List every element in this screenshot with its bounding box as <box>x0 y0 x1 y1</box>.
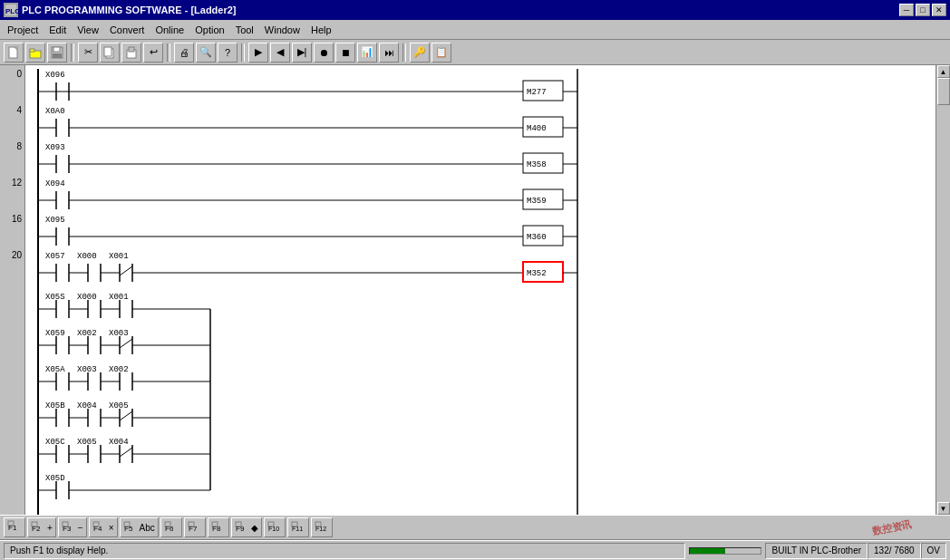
svg-text:X002: X002 <box>109 365 129 374</box>
f9-button[interactable]: F9 ◆ <box>231 517 262 537</box>
svg-line-100 <box>120 339 132 348</box>
svg-text:X004: X004 <box>109 438 129 447</box>
status-help-text: Push F1 to display Help. <box>4 543 685 559</box>
line-numbers: 0 4 8 12 16 20 <box>0 65 25 515</box>
new-button[interactable] <box>4 43 24 63</box>
svg-rect-10 <box>104 47 111 56</box>
svg-text:M352: M352 <box>527 269 547 278</box>
menu-project[interactable]: Project <box>2 23 44 37</box>
f1-icon: F1 <box>7 520 22 535</box>
f12-button[interactable]: F12 <box>311 517 333 537</box>
svg-text:M400: M400 <box>527 124 547 133</box>
step-forward2[interactable]: ⏭ <box>379 43 399 63</box>
menu-view[interactable]: View <box>72 23 104 37</box>
close-button[interactable]: ✕ <box>932 4 946 16</box>
svg-text:F1: F1 <box>8 524 17 532</box>
svg-text:X094: X094 <box>45 179 65 188</box>
menu-bar: Project Edit View Convert Online Option … <box>0 20 950 40</box>
f3-button[interactable]: F3 − <box>58 517 87 537</box>
progress-bar-fill <box>690 548 725 554</box>
svg-text:X05B: X05B <box>45 401 65 410</box>
line-num-0: 0 <box>0 67 24 103</box>
minimize-button[interactable]: ─ <box>899 4 914 16</box>
f5-button[interactable]: F5 Abc <box>120 517 159 537</box>
key-button[interactable]: 🔑 <box>410 43 430 63</box>
print-button[interactable]: 🖨 <box>174 43 194 63</box>
f5-abc-icon: Abc <box>140 523 155 533</box>
f2-button[interactable]: F2 + <box>27 517 56 537</box>
ladder-svg: X096 M277 X0A0 M400 <box>29 69 591 515</box>
toolbar-separator-4 <box>402 43 406 62</box>
title-bar: PLC PLC PROGRAMMING SOFTWARE - [Ladder2]… <box>0 0 950 20</box>
menu-window[interactable]: Window <box>259 23 305 37</box>
svg-text:X095: X095 <box>45 216 65 225</box>
open-button[interactable] <box>25 43 45 63</box>
svg-text:F8: F8 <box>212 525 221 533</box>
svg-text:F7: F7 <box>189 525 198 533</box>
f10-button[interactable]: F10 <box>264 517 286 537</box>
svg-text:X005: X005 <box>109 401 129 410</box>
ladder-area[interactable]: X096 M277 X0A0 M400 <box>25 65 935 515</box>
menu-convert[interactable]: Convert <box>104 23 150 37</box>
save-button[interactable] <box>47 43 67 63</box>
scroll-up-button[interactable]: ▲ <box>937 65 950 78</box>
svg-text:X001: X001 <box>109 293 129 302</box>
svg-text:F5: F5 <box>124 525 133 533</box>
main-area: 0 4 8 12 16 20 X096 M277 <box>0 65 950 515</box>
svg-text:X0A0: X0A0 <box>45 107 65 116</box>
paste-button[interactable] <box>121 43 141 63</box>
maximize-button[interactable]: □ <box>916 4 930 16</box>
copy-button[interactable] <box>100 43 120 63</box>
step-back[interactable]: ◀ <box>270 43 290 63</box>
menu-help[interactable]: Help <box>305 23 337 37</box>
window-controls[interactable]: ─ □ ✕ <box>899 4 946 16</box>
menu-edit[interactable]: Edit <box>44 23 72 37</box>
svg-text:F4: F4 <box>93 525 102 533</box>
svg-text:X001: X001 <box>109 252 129 261</box>
svg-text:M359: M359 <box>527 197 547 206</box>
f1-button[interactable]: F1 <box>4 517 25 537</box>
status-bar: Push F1 to display Help. BUILT IN PLC-Br… <box>0 540 950 560</box>
svg-text:X05D: X05D <box>45 474 65 483</box>
svg-text:X003: X003 <box>77 365 97 374</box>
find-button[interactable]: 🔍 <box>196 43 216 63</box>
svg-text:X000: X000 <box>77 252 97 261</box>
help-button[interactable]: ? <box>218 43 238 63</box>
step-fwd[interactable]: ▶| <box>292 43 312 63</box>
cut-button[interactable]: ✂ <box>78 43 98 63</box>
toolbar-separator-2 <box>167 43 170 62</box>
svg-text:X05S: X05S <box>45 293 65 302</box>
svg-text:F6: F6 <box>165 525 174 533</box>
stop-button[interactable]: ⏹ <box>335 43 355 63</box>
f7-button[interactable]: F7 <box>184 517 206 537</box>
extra-button[interactable]: 📋 <box>431 43 451 63</box>
menu-tool[interactable]: Tool <box>230 23 259 37</box>
f4-button[interactable]: F4 × <box>89 517 118 537</box>
line-num-20: 20 <box>0 248 24 285</box>
scroll-down-button[interactable]: ▼ <box>937 502 950 515</box>
svg-text:F9: F9 <box>236 525 245 533</box>
svg-rect-5 <box>30 49 34 52</box>
status-mem-info: 132/ 7680 <box>868 543 921 559</box>
f8-button[interactable]: F8 <box>208 517 229 537</box>
line-num-4: 4 <box>0 103 24 140</box>
record-button[interactable]: ⏺ <box>314 43 334 63</box>
window-title: PLC PROGRAMMING SOFTWARE - [Ladder2] <box>22 5 237 15</box>
f11-button[interactable]: F11 <box>287 517 309 537</box>
run-button[interactable]: ▶ <box>248 43 268 63</box>
scroll-track[interactable] <box>937 78 950 502</box>
svg-text:X004: X004 <box>77 401 97 410</box>
toolbar-separator-3 <box>241 43 245 62</box>
svg-text:X003: X003 <box>109 329 129 338</box>
monitor-button[interactable]: 📊 <box>357 43 377 63</box>
menu-online[interactable]: Online <box>150 23 189 37</box>
f3-minus-icon: − <box>78 523 83 533</box>
svg-text:F3: F3 <box>63 525 72 533</box>
vertical-scrollbar[interactable]: ▲ ▼ <box>935 65 950 515</box>
f6-button[interactable]: F6 <box>160 517 182 537</box>
f4-x-icon: × <box>109 523 114 533</box>
menu-option[interactable]: Option <box>189 23 229 37</box>
line-num-12: 12 <box>0 176 24 212</box>
undo-button[interactable]: ↩ <box>143 43 163 63</box>
scroll-thumb[interactable] <box>937 78 950 105</box>
